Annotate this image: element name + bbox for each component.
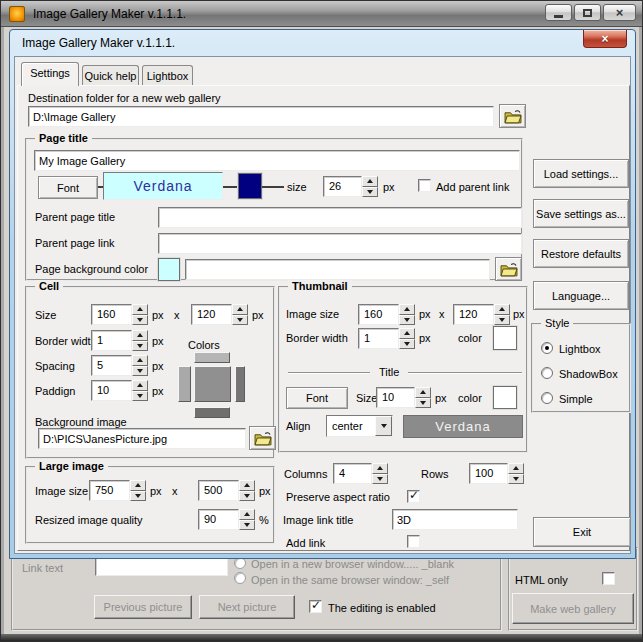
link-text-input[interactable]: [95, 557, 228, 576]
spinner-down-button[interactable]: [130, 491, 146, 502]
spinner-value[interactable]: 100: [469, 463, 508, 484]
previous-picture-button[interactable]: Previous picture: [94, 595, 192, 619]
page-background-browse-button[interactable]: [495, 257, 522, 281]
spinner-down-button[interactable]: [362, 187, 378, 198]
spinner-down-button[interactable]: [132, 341, 148, 352]
page-font-color-swatch[interactable]: [238, 173, 262, 199]
thumb-border-color-swatch[interactable]: [493, 326, 517, 350]
parent-page-title-input[interactable]: [158, 207, 522, 228]
radio-style-shadowbox[interactable]: [541, 367, 553, 379]
add-link-checkbox[interactable]: [407, 535, 420, 548]
spinner-up-button[interactable]: [494, 304, 510, 315]
spinner-down-button[interactable]: [415, 398, 431, 409]
spinner-up-button[interactable]: [239, 480, 255, 491]
large-width-spinner[interactable]: 750: [89, 480, 146, 501]
spinner-value[interactable]: 1: [91, 330, 132, 351]
spinner-up-button[interactable]: [130, 480, 146, 491]
spinner-up-button[interactable]: [399, 328, 415, 339]
cell-color-right-button[interactable]: [235, 366, 245, 402]
spinner-down-button[interactable]: [372, 474, 388, 485]
load-settings-button[interactable]: Load settings...: [533, 159, 629, 188]
spinner-down-button[interactable]: [232, 315, 248, 326]
spinner-value[interactable]: 26: [323, 176, 362, 197]
spinner-down-button[interactable]: [132, 315, 148, 326]
spinner-down-button[interactable]: [239, 491, 255, 502]
destination-folder-input[interactable]: [28, 106, 494, 127]
spinner-down-button[interactable]: [132, 391, 148, 402]
spinner-value[interactable]: 120: [453, 304, 494, 325]
spinner-value[interactable]: 4: [333, 463, 372, 484]
cell-padding-spinner[interactable]: 10: [91, 380, 148, 401]
page-background-image-input[interactable]: [185, 259, 490, 280]
dialog-close-button[interactable]: ×: [583, 30, 627, 48]
page-title-input[interactable]: [34, 150, 520, 171]
spinner-value[interactable]: 120: [191, 304, 232, 325]
add-parent-link-checkbox[interactable]: [418, 179, 431, 192]
close-button[interactable]: ×: [603, 4, 636, 21]
thumb-title-color-swatch[interactable]: [493, 386, 517, 409]
spinner-down-button[interactable]: [508, 474, 524, 485]
spinner-up-button[interactable]: [239, 509, 255, 520]
spinner-down-button[interactable]: [132, 366, 148, 377]
save-settings-button[interactable]: Save settings as...: [533, 199, 629, 228]
spinner-down-button[interactable]: [494, 315, 510, 326]
spinner-value[interactable]: 1: [358, 328, 399, 349]
spinner-down-button[interactable]: [399, 339, 415, 350]
cell-color-bottom-button[interactable]: [194, 407, 230, 418]
cell-background-image-input[interactable]: [38, 428, 246, 449]
cell-color-left-button[interactable]: [178, 366, 191, 402]
language-button[interactable]: Language...: [533, 281, 629, 310]
restore-defaults-button[interactable]: Restore defaults: [533, 239, 629, 268]
spinner-up-button[interactable]: [132, 304, 148, 315]
page-font-button[interactable]: Font: [38, 176, 98, 199]
radio-style-simple[interactable]: [541, 392, 553, 404]
dropdown-arrow-button[interactable]: [375, 416, 392, 436]
spinner-value[interactable]: 10: [91, 380, 132, 401]
next-picture-button[interactable]: Next picture: [199, 595, 295, 619]
cell-color-center-button[interactable]: [194, 366, 231, 402]
page-background-color-swatch[interactable]: [158, 258, 180, 281]
rows-spinner[interactable]: 100: [469, 463, 524, 484]
maximize-button[interactable]: [574, 4, 601, 21]
cell-height-spinner[interactable]: 120: [191, 304, 248, 325]
spinner-up-button[interactable]: [399, 304, 415, 315]
spinner-up-button[interactable]: [415, 387, 431, 398]
thumb-font-size-spinner[interactable]: 10: [376, 387, 431, 408]
thumb-height-spinner[interactable]: 120: [453, 304, 510, 325]
spinner-up-button[interactable]: [362, 176, 378, 187]
columns-spinner[interactable]: 4: [333, 463, 388, 484]
large-height-spinner[interactable]: 500: [198, 480, 255, 501]
parent-page-link-input[interactable]: [158, 233, 522, 254]
thumb-align-dropdown[interactable]: center: [326, 415, 393, 437]
spinner-value[interactable]: 5: [91, 355, 132, 376]
cell-spacing-spinner[interactable]: 5: [91, 355, 148, 376]
destination-browse-button[interactable]: [499, 104, 526, 128]
minimize-button[interactable]: [545, 4, 572, 21]
editing-enabled-checkbox[interactable]: ✓: [309, 600, 322, 613]
cell-border-spinner[interactable]: 1: [91, 330, 148, 351]
thumb-border-spinner[interactable]: 1: [358, 328, 415, 349]
spinner-down-button[interactable]: [399, 315, 415, 326]
spinner-value[interactable]: 160: [91, 304, 132, 325]
quality-spinner[interactable]: 90: [198, 509, 255, 530]
spinner-up-button[interactable]: [508, 463, 524, 474]
image-link-title-input[interactable]: [392, 509, 518, 530]
tab-lightbox[interactable]: Lightbox: [142, 65, 193, 86]
spinner-value[interactable]: 500: [198, 480, 239, 501]
exit-button[interactable]: Exit: [533, 517, 631, 547]
thumb-font-button[interactable]: Font: [286, 387, 348, 409]
make-web-gallery-button[interactable]: Make web gallery: [512, 593, 634, 624]
spinner-down-button[interactable]: [239, 520, 255, 531]
spinner-value[interactable]: 750: [89, 480, 130, 501]
html-only-checkbox[interactable]: [602, 572, 615, 585]
tab-settings[interactable]: Settings: [21, 62, 79, 86]
radio-style-lightbox[interactable]: [541, 342, 553, 354]
spinner-value[interactable]: 10: [376, 387, 415, 408]
spinner-value[interactable]: 160: [358, 304, 399, 325]
cell-background-browse-button[interactable]: [249, 426, 276, 450]
spinner-value[interactable]: 90: [198, 509, 239, 530]
spinner-up-button[interactable]: [132, 330, 148, 341]
cell-color-top-button[interactable]: [194, 352, 230, 363]
radio-open-self[interactable]: [234, 572, 246, 584]
spinner-up-button[interactable]: [132, 380, 148, 391]
